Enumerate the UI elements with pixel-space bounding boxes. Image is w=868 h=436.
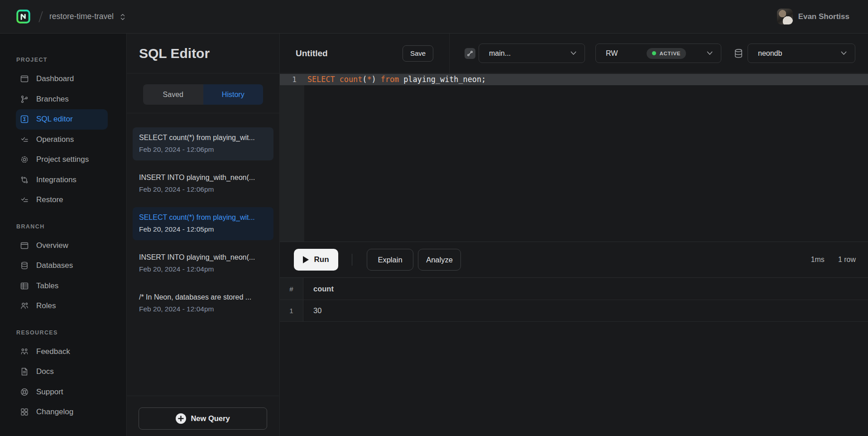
- results-table: #count130: [280, 277, 868, 322]
- code-line-1[interactable]: 1 SELECT count(*) from playing_with_neon…: [280, 74, 868, 85]
- sidebar-item-restore[interactable]: Restore: [16, 190, 108, 210]
- query-title[interactable]: Untitled: [296, 48, 328, 58]
- run-label: Run: [314, 255, 329, 264]
- sidebar-item-feedback[interactable]: Feedback: [16, 342, 108, 362]
- sidebar-item-label: Integrations: [36, 175, 77, 184]
- status-badge: ACTIVE: [647, 48, 686, 59]
- breadcrumb-project[interactable]: restore-time-travel: [49, 12, 114, 21]
- branches-icon: [20, 95, 29, 104]
- history-query: SELECT count(*) from playing_wit...: [139, 132, 267, 144]
- sidebar-item-label: Restore: [36, 195, 63, 204]
- history-timestamp: Feb 20, 2024 - 12:05pm: [139, 223, 267, 235]
- new-query-button[interactable]: New Query: [139, 407, 267, 430]
- code-editor[interactable]: 1 SELECT count(*) from playing_with_neon…: [280, 74, 868, 242]
- column-header-count: count: [303, 278, 868, 300]
- sidebar-item-operations[interactable]: Operations: [16, 130, 108, 150]
- sidebar-item-label: Changelog: [36, 407, 73, 417]
- sidebar-item-integrations[interactable]: Integrations: [16, 170, 108, 190]
- history-query: SELECT count(*) from playing_wit...: [139, 212, 267, 223]
- context-selectors: main... RW ACTIVE neondb: [450, 34, 868, 73]
- top-header: restore-time-travel Evan Shortiss: [0, 0, 868, 34]
- avatar[interactable]: [777, 9, 793, 24]
- check-list-icon: [20, 135, 29, 144]
- sidebar-item-label: Operations: [36, 135, 74, 144]
- integrations-icon: [20, 175, 29, 184]
- sidebar-item-label: SQL editor: [36, 115, 73, 124]
- status-label: ACTIVE: [659, 51, 681, 56]
- tab-history[interactable]: History: [203, 84, 264, 105]
- compute-select[interactable]: RW ACTIVE: [595, 44, 721, 63]
- history-timestamp: Feb 20, 2024 - 12:04pm: [139, 303, 267, 315]
- row-index: 1: [280, 300, 303, 321]
- sidebar-item-label: Branches: [36, 95, 69, 104]
- new-query-label: New Query: [191, 414, 230, 423]
- support-icon: [20, 388, 29, 397]
- save-button[interactable]: Save: [403, 45, 433, 62]
- sql-statement: SELECT count(*) from playing_with_neon;: [304, 74, 486, 85]
- history-query: INSERT INTO playing_with_neon(...: [139, 252, 267, 263]
- panel-header: SQL Editor: [127, 34, 279, 73]
- page-title: SQL Editor: [139, 46, 210, 61]
- sidebar-item-dashboard[interactable]: Dashboard: [16, 69, 108, 89]
- sidebar-item-changelog[interactable]: Changelog: [16, 402, 108, 422]
- history-timestamp: Feb 20, 2024 - 12:06pm: [139, 184, 267, 195]
- saved-history-tabs: Saved History: [143, 84, 263, 105]
- sidebar-item-docs[interactable]: Docs: [16, 362, 108, 382]
- history-item[interactable]: INSERT INTO playing_with_neon(...Feb 20,…: [133, 247, 273, 280]
- sidebar-item-label: Tables: [36, 281, 58, 291]
- database-select[interactable]: neondb: [748, 44, 855, 63]
- sidebar-section-project: PROJECTDashboardBranchesSQL editorOperat…: [0, 55, 126, 210]
- query-title-group: Untitled Save: [280, 34, 450, 73]
- chevron-down-icon: [841, 51, 847, 55]
- user-name: Evan Shortiss: [798, 12, 849, 21]
- section-label: PROJECT: [16, 55, 126, 64]
- gear-icon: [20, 155, 29, 164]
- neon-logo[interactable]: [16, 10, 30, 24]
- database-icon: [20, 261, 29, 270]
- history-item[interactable]: SELECT count(*) from playing_wit...Feb 2…: [133, 127, 273, 160]
- sidebar-item-overview[interactable]: Overview: [16, 236, 108, 256]
- sidebar-item-roles[interactable]: Roles: [16, 296, 108, 316]
- history-item[interactable]: /* In Neon, databases are stored ...Feb …: [133, 287, 273, 320]
- new-query-section: New Query: [127, 396, 279, 436]
- history-query: INSERT INTO playing_with_neon(...: [139, 172, 267, 184]
- history-timestamp: Feb 20, 2024 - 12:06pm: [139, 144, 267, 155]
- breadcrumb-divider: [38, 10, 44, 24]
- compute-name: RW: [606, 49, 618, 58]
- project-switcher-icon[interactable]: [120, 13, 126, 21]
- sidebar-item-sql-editor[interactable]: SQL editor: [16, 109, 108, 130]
- table-row: 130: [280, 300, 868, 322]
- editor-pane: Untitled Save main... RW ACTIVE: [280, 34, 868, 436]
- sidebar-item-support[interactable]: Support: [16, 382, 108, 402]
- dashboard-icon: [20, 74, 29, 83]
- line-number: 1: [280, 74, 304, 85]
- analyze-button[interactable]: Analyze: [418, 249, 461, 271]
- sidebar-item-label: Dashboard: [36, 74, 74, 83]
- tab-saved[interactable]: Saved: [143, 84, 203, 105]
- sidebar-item-databases[interactable]: Databases: [16, 256, 108, 276]
- history-list: SELECT count(*) from playing_wit...Feb 2…: [127, 113, 279, 395]
- sidebar-item-tables[interactable]: Tables: [16, 276, 108, 296]
- explain-button[interactable]: Explain: [367, 249, 413, 271]
- row-count: 1 row: [838, 256, 856, 264]
- sidebar-section-branch: BRANCHOverviewDatabasesTablesRoles: [0, 222, 126, 316]
- dashboard-icon: [20, 241, 29, 250]
- run-button[interactable]: Run: [294, 249, 338, 271]
- database-icon: [733, 48, 744, 59]
- cell-value: 30: [303, 300, 868, 321]
- history-item[interactable]: SELECT count(*) from playing_wit...Feb 2…: [133, 207, 273, 240]
- chevron-down-icon: [707, 51, 713, 55]
- history-timestamp: Feb 20, 2024 - 12:04pm: [139, 263, 267, 275]
- query-stats: 1ms 1 row: [811, 256, 856, 264]
- table-icon: [20, 281, 29, 291]
- sidebar-item-label: Overview: [36, 241, 68, 250]
- changelog-icon: [20, 407, 29, 417]
- query-duration: 1ms: [811, 256, 825, 264]
- sidebar-item-label: Roles: [36, 301, 56, 310]
- sidebar-item-label: Docs: [36, 367, 54, 376]
- sidebar-item-branches[interactable]: Branches: [16, 89, 108, 110]
- sidebar-item-project-settings[interactable]: Project settings: [16, 150, 108, 170]
- history-item[interactable]: INSERT INTO playing_with_neon(...Feb 20,…: [133, 167, 273, 200]
- branch-select[interactable]: main...: [479, 44, 585, 63]
- roles-icon: [20, 301, 29, 310]
